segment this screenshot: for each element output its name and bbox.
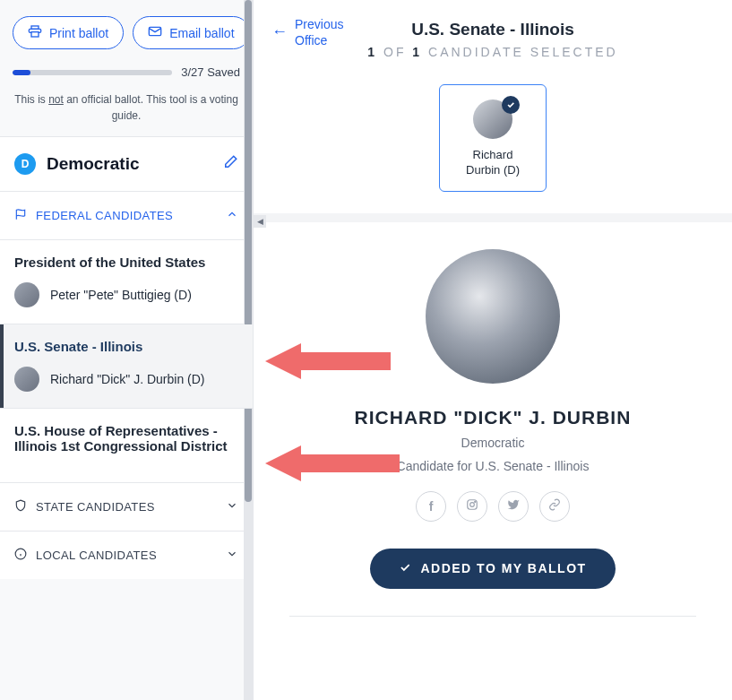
check-badge-icon (502, 96, 520, 114)
party-filter-row: D Democratic (0, 136, 253, 192)
local-section-header[interactable]: LOCAL CANDIDATES (0, 531, 253, 579)
race-title: President of the United States (14, 255, 238, 270)
candidate-name: Richard "Dick" J. Durbin (D) (50, 372, 205, 386)
chevron-down-icon (226, 499, 238, 514)
print-ballot-button[interactable]: Print ballot (13, 16, 124, 49)
race-president[interactable]: President of the United States Peter "Pe… (0, 240, 253, 324)
candidate-card-name: Richard Durbin (D) (449, 148, 537, 178)
candidate-profile: RICHARD "DICK" J. DURBIN Democratic Cand… (254, 222, 732, 652)
added-button-label: ADDED TO MY BALLOT (420, 561, 586, 575)
prev-link-line2: Office (295, 32, 343, 48)
progress-fill (13, 70, 30, 75)
social-links: f (271, 491, 714, 522)
added-to-ballot-button[interactable]: ADDED TO MY BALLOT (370, 549, 615, 589)
profile-party: Democratic (271, 436, 714, 450)
candidate-name: Peter "Pete" Buttigieg (D) (50, 288, 192, 302)
state-section-header[interactable]: STATE CANDIDATES (0, 483, 253, 531)
svg-point-6 (475, 501, 476, 502)
email-ballot-label: Email ballot (169, 26, 234, 40)
race-title: U.S. House of Representatives - Illinois… (14, 423, 238, 454)
sidebar: Print ballot Email ballot 3/27 Saved Thi… (0, 0, 254, 700)
profile-divider (289, 616, 696, 617)
envelope-icon (148, 24, 162, 41)
party-badge: D (14, 153, 36, 175)
previous-office-link[interactable]: ← Previous Office (271, 16, 343, 48)
printer-icon (28, 24, 42, 41)
facebook-link[interactable]: f (416, 491, 446, 522)
race-senate-illinois[interactable]: U.S. Senate - Illinois Richard "Dick" J.… (0, 324, 253, 409)
check-icon (399, 561, 411, 576)
candidate-card-durbin[interactable]: Richard Durbin (D) (439, 84, 547, 192)
avatar (14, 367, 39, 392)
chevron-down-icon (226, 548, 238, 563)
twitter-icon (507, 498, 520, 514)
svg-point-5 (470, 503, 475, 507)
website-link[interactable] (539, 491, 570, 522)
avatar (14, 282, 39, 307)
instagram-link[interactable] (457, 491, 487, 522)
federal-section-header[interactable]: FEDERAL CANDIDATES (0, 192, 253, 240)
profile-office: Candidate for U.S. Senate - Illinois (271, 459, 714, 473)
email-ballot-button[interactable]: Email ballot (133, 16, 249, 49)
party-name: Democratic (47, 154, 211, 174)
local-section-label: LOCAL CANDIDATES (36, 549, 217, 562)
progress-row: 3/27 Saved (13, 65, 240, 79)
candidate-row: Peter "Pete" Buttigieg (D) (14, 282, 238, 307)
prev-link-line1: Previous (295, 16, 343, 32)
profile-name: RICHARD "DICK" J. DURBIN (271, 407, 714, 428)
avatar (473, 99, 512, 139)
shield-icon (14, 499, 27, 514)
info-icon (14, 548, 27, 563)
race-house-illinois-1[interactable]: U.S. House of Representatives - Illinois… (0, 409, 253, 483)
progress-text: 3/27 Saved (181, 65, 240, 79)
twitter-link[interactable] (498, 491, 529, 522)
link-icon (548, 498, 561, 514)
disclaimer-text: This is not an official ballot. This too… (13, 91, 240, 124)
race-title: U.S. Senate - Illinois (14, 339, 238, 354)
carousel-prev-button[interactable]: ◀ (254, 215, 266, 228)
sidebar-header: Print ballot Email ballot 3/27 Saved Thi… (0, 0, 253, 136)
chevron-up-icon (226, 208, 238, 223)
federal-section-label: FEDERAL CANDIDATES (36, 209, 217, 222)
facebook-icon: f (429, 499, 434, 514)
profile-avatar (426, 249, 560, 384)
flag-icon (14, 208, 27, 223)
state-section-label: STATE CANDIDATES (36, 500, 217, 514)
sidebar-scrollbar-thumb[interactable] (245, 0, 252, 502)
ballot-actions: Print ballot Email ballot (13, 16, 240, 49)
svg-rect-1 (31, 32, 39, 37)
instagram-icon (466, 498, 478, 514)
arrow-left-icon: ← (271, 22, 288, 42)
progress-bar (13, 70, 172, 75)
main-panel: ← Previous Office U.S. Senate - Illinois… (254, 0, 732, 700)
section-divider (254, 213, 732, 222)
candidate-row: Richard "Dick" J. Durbin (D) (14, 367, 238, 392)
print-ballot-label: Print ballot (49, 26, 108, 40)
edit-party-button[interactable] (222, 154, 238, 174)
